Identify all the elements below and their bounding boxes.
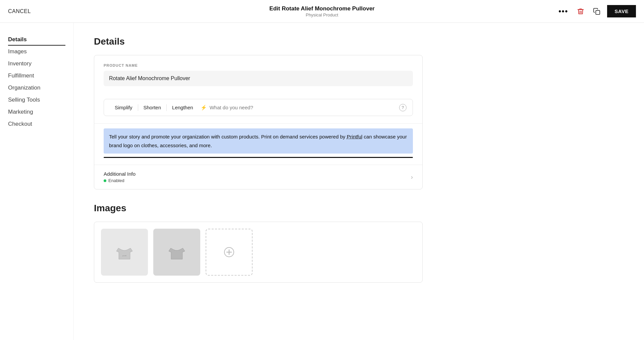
page-subtitle: Physical Product (269, 12, 375, 17)
ai-toolbar-wrap: Simplify Shorten Lengthen ⚡ ? (94, 99, 422, 123)
delete-button[interactable] (575, 6, 586, 17)
duplicate-icon (593, 8, 600, 15)
layout: Details Images Inventory Fulfillment Org… (0, 0, 644, 340)
ai-input-wrap: ⚡ ? (201, 104, 407, 111)
sidebar: Details Images Inventory Fulfillment Org… (0, 23, 74, 340)
ai-help-button[interactable]: ? (399, 104, 407, 111)
topbar-left: CANCEL (8, 8, 31, 14)
description-area[interactable]: Tell your story and promote your organiz… (94, 123, 422, 165)
images-grid: printful (94, 222, 422, 282)
status-dot (104, 179, 106, 182)
sidebar-item-images[interactable]: Images (8, 46, 65, 58)
images-card: printful (94, 222, 423, 283)
topbar-center: Edit Rotate Alief Monochrome Pullover Ph… (269, 5, 375, 17)
ai-divider-1 (138, 104, 138, 111)
cancel-button[interactable]: CANCEL (8, 8, 31, 14)
product-name-input[interactable] (104, 71, 413, 86)
duplicate-button[interactable] (591, 6, 602, 17)
additional-info-title: Additional Info (104, 171, 136, 177)
description-underline-bar (104, 157, 413, 158)
details-card: PRODUCT NAME Simplify Shorten Lengthen ⚡… (94, 55, 423, 189)
main-content: Details PRODUCT NAME Simplify Shorten Le… (74, 23, 443, 340)
printful-link: Printful (347, 134, 363, 139)
topbar: CANCEL Edit Rotate Alief Monochrome Pull… (0, 0, 644, 23)
more-options-button[interactable]: ••• (556, 5, 570, 18)
shorten-button[interactable]: Shorten (139, 103, 166, 112)
lightning-icon: ⚡ (201, 105, 207, 111)
shirt-image-1: printful (101, 229, 148, 276)
lengthen-button[interactable]: Lengthen (167, 103, 198, 112)
shirt-image-2 (153, 229, 200, 276)
trash-icon (577, 8, 584, 15)
sidebar-item-details[interactable]: Details (8, 34, 65, 46)
more-icon: ••• (558, 7, 568, 16)
sidebar-item-organization[interactable]: Organization (8, 82, 65, 94)
image-thumb-1[interactable]: printful (101, 229, 148, 276)
sidebar-item-fulfillment[interactable]: Fulfillment (8, 70, 65, 82)
svg-rect-0 (596, 10, 600, 14)
sidebar-item-marketing[interactable]: Marketing (8, 106, 65, 118)
description-selected-text[interactable]: Tell your story and promote your organiz… (104, 128, 413, 154)
ai-prompt-input[interactable] (210, 105, 396, 110)
topbar-right: ••• SAVE (556, 5, 636, 18)
save-button[interactable]: SAVE (607, 5, 636, 17)
simplify-button[interactable]: Simplify (110, 103, 137, 112)
svg-text:printful: printful (122, 255, 127, 257)
product-name-label: PRODUCT NAME (104, 63, 413, 67)
additional-info-left: Additional Info Enabled (104, 171, 136, 183)
status-text: Enabled (108, 178, 124, 183)
image-thumb-2[interactable] (153, 229, 200, 276)
ai-toolbar: Simplify Shorten Lengthen ⚡ ? (104, 99, 413, 116)
additional-info-row[interactable]: Additional Info Enabled › (94, 165, 422, 189)
sidebar-item-selling-tools[interactable]: Selling Tools (8, 94, 65, 106)
chevron-right-icon: › (411, 174, 413, 181)
ai-divider-2 (166, 104, 167, 111)
page-title: Edit Rotate Alief Monochrome Pullover (269, 5, 375, 12)
sidebar-item-checkout[interactable]: Checkout (8, 118, 65, 130)
product-name-section: PRODUCT NAME (94, 55, 422, 94)
details-section-title: Details (94, 36, 423, 47)
add-image-button[interactable] (206, 229, 253, 276)
additional-info-status: Enabled (104, 178, 136, 183)
sidebar-item-inventory[interactable]: Inventory (8, 58, 65, 70)
images-section-title: Images (94, 203, 423, 214)
